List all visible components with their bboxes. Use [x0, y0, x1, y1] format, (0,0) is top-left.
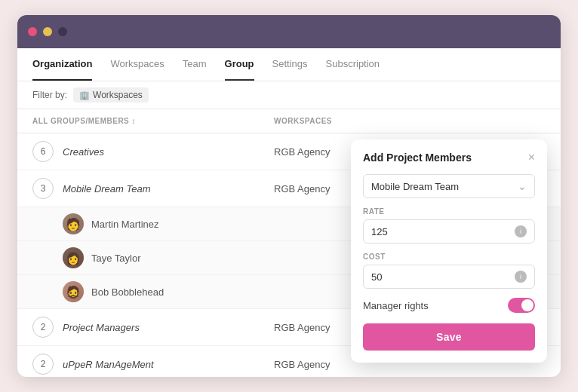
nav-team[interactable]: Team: [183, 48, 207, 81]
cost-value: 50: [371, 271, 382, 283]
chevron-down-icon: ⌄: [518, 180, 527, 192]
save-button[interactable]: Save: [363, 323, 535, 351]
member-name: Taye Taylor: [91, 253, 141, 264]
filterbar: Filter by: 🏢 Workspaces: [17, 81, 561, 109]
table-header: ALL GROUPS/MEMBERS ↕ WORKSPACES: [17, 109, 561, 133]
info-icon: i: [515, 225, 527, 237]
nav-settings[interactable]: Settings: [272, 48, 308, 81]
group-name: Project Managers: [63, 322, 140, 333]
nav-group[interactable]: Group: [225, 48, 254, 81]
filter-chip-label: Workspaces: [93, 90, 143, 100]
manager-rights-toggle[interactable]: [508, 298, 535, 313]
col-header-workspaces: WORKSPACES: [274, 117, 546, 125]
avatar: 🧔: [63, 281, 84, 302]
manager-rights-row: Manager rights: [363, 298, 535, 313]
popup-header: Add Project Members ×: [363, 152, 535, 164]
group-dropdown[interactable]: Mobile Dream Team ⌄: [363, 174, 535, 198]
group-count: 6: [32, 141, 54, 162]
nav-subscription[interactable]: Subscription: [326, 48, 380, 81]
rate-label: RATE: [363, 207, 535, 216]
close-icon[interactable]: ×: [528, 152, 535, 164]
cost-label: COST: [363, 253, 535, 261]
maximize-dot[interactable]: [58, 27, 67, 36]
cost-input[interactable]: 50 i: [363, 265, 535, 289]
nav-workspaces[interactable]: Workspaces: [110, 48, 164, 81]
group-count: 3: [32, 178, 54, 199]
group-count: 2: [32, 317, 54, 338]
avatar: 👩: [63, 247, 84, 268]
navbar: Organization Workspaces Team Group Setti…: [17, 48, 561, 81]
col-header-groups[interactable]: ALL GROUPS/MEMBERS ↕: [32, 117, 274, 125]
main-window: Organization Workspaces Team Group Setti…: [17, 15, 561, 377]
toggle-label: Manager rights: [363, 300, 429, 311]
member-name: Bob Bobblehead: [91, 286, 164, 298]
minimize-dot[interactable]: [43, 27, 52, 36]
titlebar: [17, 15, 561, 48]
group-name: uPpeR ManAgeMent: [63, 359, 154, 370]
rate-input[interactable]: 125 i: [363, 219, 535, 243]
workspace-filter-icon: 🏢: [79, 90, 90, 100]
info-icon: i: [515, 271, 527, 283]
filter-workspaces-chip[interactable]: 🏢 Workspaces: [73, 87, 149, 103]
close-dot[interactable]: [28, 27, 37, 36]
avatar: 🧑: [63, 213, 84, 234]
popup-title: Add Project Members: [363, 152, 472, 164]
group-name: Mobile Dream Team: [63, 183, 151, 194]
group-count: 2: [32, 354, 54, 375]
group-name: Creatives: [63, 146, 104, 158]
filter-label: Filter by:: [32, 90, 67, 100]
nav-organization[interactable]: Organization: [32, 48, 92, 81]
member-name: Martin Martinez: [91, 219, 159, 230]
rate-value: 125: [371, 226, 388, 237]
dropdown-value: Mobile Dream Team: [371, 181, 459, 192]
add-project-members-popup: Add Project Members × Mobile Dream Team …: [351, 139, 547, 363]
toggle-knob: [521, 299, 533, 311]
